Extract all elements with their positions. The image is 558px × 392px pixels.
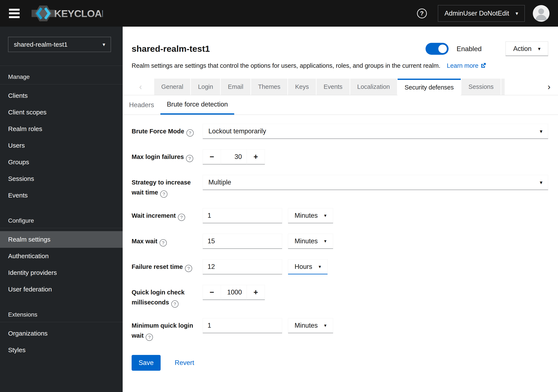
nav-section-extensions: Extensions Organizations Styles: [0, 304, 123, 364]
tab-events[interactable]: Events: [316, 79, 350, 95]
brute-force-mode-select[interactable]: Lockout temporarily ▾: [203, 124, 548, 139]
tab-partial[interactable]: [501, 79, 505, 95]
minimum-quick-login-wait-unit-select[interactable]: Minutes ▾: [288, 318, 333, 333]
sidebar-item-styles[interactable]: Styles: [0, 342, 123, 358]
nav-section-title: Extensions: [0, 304, 123, 322]
form-row: Quick login check milliseconds? − +: [132, 285, 548, 308]
sidebar-item-identity-providers[interactable]: Identity providers: [0, 264, 123, 281]
strategy-select[interactable]: Multiple ▾: [203, 175, 548, 190]
failure-reset-time-input[interactable]: [203, 259, 282, 274]
masthead: KEYCLOAK ? AdminUser DoNotEdit ▾: [0, 0, 558, 27]
sidebar-item-client-scopes[interactable]: Client scopes: [0, 104, 123, 121]
sidebar-item-realm-roles[interactable]: Realm roles: [0, 121, 123, 137]
caret-down-icon: ▾: [540, 179, 542, 185]
caret-down-icon: ▾: [540, 128, 542, 134]
help-icon[interactable]: ?: [171, 300, 179, 308]
field-label: Strategy to increase wait time?: [132, 175, 196, 198]
tab-login[interactable]: Login: [191, 79, 220, 95]
max-wait-input[interactable]: [203, 234, 282, 249]
help-icon[interactable]: ?: [417, 8, 427, 18]
nav-section-configure: Configure Realm settings Authentication …: [0, 210, 123, 304]
save-button[interactable]: Save: [132, 355, 161, 371]
hamburger-menu-icon[interactable]: [9, 9, 20, 18]
help-icon[interactable]: ?: [185, 265, 192, 272]
field-label: Wait increment?: [132, 208, 196, 221]
enabled-label: Enabled: [457, 45, 482, 53]
failure-reset-time-unit-select[interactable]: Hours ▾: [288, 259, 328, 274]
caret-down-icon: ▾: [538, 46, 541, 52]
main-content: shared-realm-test1 Enabled Action ▾ Real…: [123, 27, 558, 392]
user-menu-dropdown[interactable]: AdminUser DoNotEdit ▾: [438, 5, 525, 22]
tab-headers[interactable]: Headers: [123, 95, 160, 115]
minimum-quick-login-wait-input[interactable]: [203, 318, 282, 333]
tab-keys[interactable]: Keys: [288, 79, 316, 95]
max-login-failures-stepper: − +: [203, 149, 265, 165]
help-icon[interactable]: ?: [186, 129, 194, 137]
revert-link[interactable]: Revert: [175, 359, 194, 367]
nav-section-manage: Manage Clients Client scopes Realm roles…: [0, 66, 123, 210]
tab-email[interactable]: Email: [221, 79, 250, 95]
sidebar-item-clients[interactable]: Clients: [0, 87, 123, 104]
help-icon[interactable]: ?: [178, 214, 185, 221]
form-row: Max login failures? − +: [132, 149, 548, 165]
plus-button[interactable]: +: [247, 285, 265, 300]
keycloak-logo-icon: KEYCLOAK: [30, 4, 103, 23]
realm-selector-dropdown[interactable]: shared-realm-test1 ▾: [8, 37, 111, 52]
wait-increment-unit-select[interactable]: Minutes ▾: [288, 208, 333, 223]
learn-more-link[interactable]: Learn more: [447, 62, 487, 69]
sidebar-item-sessions[interactable]: Sessions: [0, 170, 123, 187]
page-description: Realm settings are settings that control…: [132, 62, 440, 69]
max-wait-unit-select[interactable]: Minutes ▾: [288, 234, 333, 249]
tab-localization[interactable]: Localization: [350, 79, 397, 95]
realm-selector-label: shared-realm-test1: [14, 41, 68, 48]
quick-login-check-stepper: − +: [203, 285, 265, 300]
external-link-icon: [480, 62, 487, 71]
caret-down-icon: ▾: [103, 42, 105, 48]
wait-increment-input[interactable]: [203, 208, 282, 223]
help-icon[interactable]: ?: [160, 191, 167, 198]
field-label: Max login failures?: [132, 149, 196, 162]
avatar-icon: [533, 5, 549, 22]
help-icon[interactable]: ?: [160, 239, 167, 247]
enabled-toggle[interactable]: [426, 43, 449, 55]
caret-down-icon: ▾: [324, 323, 327, 328]
sidebar-item-authentication[interactable]: Authentication: [0, 248, 123, 264]
brand-text: KEYCLOAK: [54, 8, 103, 19]
caret-down-icon: ▾: [324, 213, 327, 218]
tab-general[interactable]: General: [154, 79, 190, 95]
user-menu-label: AdminUser DoNotEdit: [445, 9, 509, 17]
field-label: Max wait?: [132, 234, 196, 247]
action-dropdown[interactable]: Action ▾: [506, 42, 548, 56]
max-login-failures-input[interactable]: [221, 149, 247, 165]
field-label: Failure reset time?: [132, 259, 196, 272]
avatar[interactable]: [533, 5, 549, 22]
help-icon[interactable]: ?: [186, 155, 193, 162]
field-label: Brute Force Mode?: [132, 124, 196, 137]
caret-down-icon: ▾: [515, 10, 518, 17]
tab-security-defenses[interactable]: Security defenses: [398, 79, 461, 95]
quick-login-check-input[interactable]: [221, 285, 247, 300]
sidebar-item-groups[interactable]: Groups: [0, 154, 123, 170]
sidebar-item-realm-settings[interactable]: Realm settings: [0, 231, 123, 248]
sidebar-item-user-federation[interactable]: User federation: [0, 281, 123, 298]
tab-scroll-right-button[interactable]: ›: [540, 79, 558, 95]
brute-force-form: Brute Force Mode? Lockout temporarily ▾ …: [123, 115, 558, 371]
tab-bar: ‹ General Login Email Themes Keys Events…: [123, 79, 558, 95]
tab-themes[interactable]: Themes: [251, 79, 288, 95]
nav-section-title: Configure: [0, 210, 123, 228]
subtab-bar: Headers Brute force detection: [123, 95, 558, 115]
nav-section-title: Manage: [0, 66, 123, 84]
field-label: Minimum quick login wait?: [132, 318, 196, 341]
sidebar-item-users[interactable]: Users: [0, 137, 123, 154]
sidebar-item-events[interactable]: Events: [0, 187, 123, 204]
tab-brute-force-detection[interactable]: Brute force detection: [160, 95, 234, 115]
form-row: Strategy to increase wait time? Multiple…: [132, 175, 548, 198]
minus-button[interactable]: −: [203, 285, 221, 300]
minus-button[interactable]: −: [203, 149, 221, 165]
tab-sessions[interactable]: Sessions: [461, 79, 501, 95]
help-icon[interactable]: ?: [146, 334, 153, 341]
sidebar-item-organizations[interactable]: Organizations: [0, 325, 123, 342]
plus-button[interactable]: +: [247, 149, 265, 165]
form-row: Minimum quick login wait? Minutes ▾: [132, 318, 548, 341]
tab-scroll-left-button[interactable]: ‹: [132, 79, 149, 95]
